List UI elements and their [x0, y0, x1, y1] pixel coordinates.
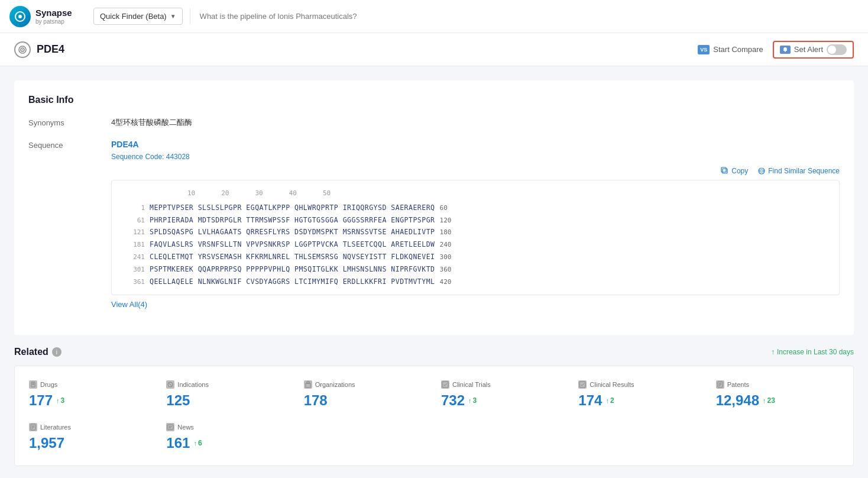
- compare-icon: VS: [698, 45, 710, 54]
- related-cards: Drugs177↑3Indications125Organizations178…: [14, 366, 854, 466]
- sequence-row-item: 301PSPTMKEREK QQAPRPRPSQ PPPPPVPHLQ PMSQ…: [121, 263, 830, 276]
- logo-icon: [9, 6, 31, 27]
- logo-sub: by patsnap: [35, 18, 72, 25]
- stat-increase: ↑2: [605, 396, 614, 405]
- sequence-row-item: 361QEELLAQELE NLNKWGLNIF CVSDYAGGRS LTCI…: [121, 276, 830, 288]
- clinical-results-icon: [578, 380, 587, 389]
- stat-increase: ↑23: [763, 396, 775, 405]
- organizations-icon: [304, 380, 312, 389]
- stat-card[interactable]: Drugs177↑3: [29, 380, 152, 409]
- related-section: Related i ↑ Increase in Last 30 days Dru…: [14, 347, 854, 466]
- logo-name: Synapse: [35, 8, 72, 18]
- sequence-row-item: 1MEPPTVPSER SLSLSLPGPR EGQATLKPPP QHLWRQ…: [121, 202, 830, 214]
- stat-count: 174: [578, 392, 602, 409]
- stats-grid-secondary: Literatures1,957News161↑6: [29, 423, 839, 451]
- svg-rect-12: [442, 382, 448, 387]
- alert-bell-icon: [780, 46, 791, 54]
- logo[interactable]: Synapse by patsnap: [9, 6, 86, 27]
- sequence-row-item: 241CLEQLETMQT YRSVSEMASH KFKRMLNREL THLS…: [121, 251, 830, 263]
- sequence-content: PDE4A Sequence Code: 443028 Copy Find Si…: [111, 140, 840, 309]
- page-title: PDE4: [37, 43, 64, 56]
- stat-card[interactable]: Indications125: [166, 380, 289, 409]
- finder-label: Quick Finder (Beta): [100, 12, 167, 21]
- indications-icon: [166, 380, 174, 389]
- stat-count: 1,957: [29, 435, 64, 451]
- stat-count: 161: [166, 435, 190, 451]
- stat-count: 732: [441, 392, 465, 409]
- stat-card[interactable]: News161↑6: [166, 423, 289, 451]
- stat-card[interactable]: Patents12,948↑23: [716, 380, 839, 409]
- increase-count: 3: [61, 396, 65, 405]
- synonyms-row: Synonyms 4型环核苷酸磷酸二酯酶: [28, 117, 840, 128]
- category-label: Patents: [727, 381, 749, 388]
- svg-rect-11: [307, 382, 309, 383]
- quick-finder-dropdown[interactable]: Quick Finder (Beta) ▼: [93, 8, 183, 25]
- stat-card[interactable]: Literatures1,957: [29, 423, 152, 451]
- start-compare-button[interactable]: VS Start Compare: [698, 45, 763, 54]
- view-all-link[interactable]: View All(4): [111, 300, 147, 309]
- find-similar-button[interactable]: Find Similar Sequence: [757, 167, 840, 175]
- svg-rect-6: [723, 169, 727, 173]
- clinical-trials-icon: [441, 380, 449, 389]
- category-label: Clinical Results: [590, 381, 634, 388]
- increase-label: ↑ Increase in Last 30 days: [771, 348, 854, 356]
- alert-toggle[interactable]: [827, 44, 847, 55]
- category-label: Indications: [177, 381, 209, 388]
- set-alert-button[interactable]: Set Alert: [773, 41, 854, 59]
- chevron-down-icon: ▼: [170, 13, 176, 20]
- sequence-row-item: 181FAQVLASLRS VRSNFSLLTN VPVPSNKRSP LGGP…: [121, 238, 830, 251]
- svg-rect-10: [306, 383, 310, 387]
- category-label: Drugs: [40, 381, 57, 388]
- sequence-box-wrapper: Copy Find Similar Sequence 10 20 30: [111, 167, 840, 295]
- main-content: Basic Info Synonyms 4型环核苷酸磷酸二酯酶 Sequence…: [0, 66, 868, 478]
- increase-count: 3: [473, 396, 477, 405]
- alert-label: Set Alert: [794, 45, 823, 54]
- synonyms-label: Synonyms: [28, 117, 111, 128]
- stat-card[interactable]: Clinical Results174↑2: [578, 380, 701, 409]
- literatures-icon: [29, 423, 37, 431]
- copy-icon: [721, 167, 729, 175]
- seq-header: 10 20 30 40 50: [121, 188, 830, 199]
- up-arrow-icon: ↑: [771, 348, 775, 356]
- related-title: Related: [14, 347, 48, 357]
- sequence-row-item: 121SPLDSQASPG LVLHAGAATS QRRESFLYRS DSDY…: [121, 226, 830, 238]
- stats-grid-primary: Drugs177↑3Indications125Organizations178…: [29, 380, 839, 409]
- stat-count: 177: [29, 392, 53, 409]
- search-input[interactable]: [200, 8, 859, 24]
- patents-icon: [716, 380, 724, 389]
- target-icon: [14, 41, 31, 58]
- stat-increase: ↑6: [193, 439, 202, 447]
- compare-label: Start Compare: [713, 45, 763, 54]
- svg-rect-13: [579, 382, 585, 387]
- increase-count: 23: [767, 396, 775, 405]
- search-wrapper: [190, 8, 859, 24]
- sequence-actions: Copy Find Similar Sequence: [111, 167, 840, 175]
- stat-card[interactable]: Organizations178: [304, 380, 427, 409]
- page-title-area: PDE4: [14, 41, 64, 58]
- svg-rect-5: [785, 51, 786, 52]
- increase-count: 6: [198, 439, 202, 447]
- sequence-box[interactable]: 10 20 30 40 50 1MEPPTVPSER SLSLSLPGPR EG…: [111, 180, 840, 295]
- related-title-area: Related i: [14, 347, 61, 357]
- stat-increase: ↑3: [468, 396, 477, 405]
- drugs-icon: [29, 380, 37, 389]
- sequence-code: Sequence Code: 443028: [111, 153, 840, 161]
- copy-button[interactable]: Copy: [721, 167, 748, 175]
- basic-info-section: Basic Info Synonyms 4型环核苷酸磷酸二酯酶 Sequence…: [14, 80, 854, 335]
- sequence-label: Sequence: [28, 140, 111, 309]
- svg-rect-7: [721, 167, 726, 172]
- page-header: PDE4 VS Start Compare Set Alert: [0, 33, 868, 66]
- info-badge[interactable]: i: [52, 347, 61, 357]
- sequence-name: PDE4A: [111, 140, 840, 149]
- category-label: News: [177, 424, 194, 431]
- news-icon: [166, 423, 174, 431]
- basic-info-title: Basic Info: [28, 95, 840, 105]
- category-label: Literatures: [40, 424, 71, 431]
- toggle-knob: [828, 46, 836, 54]
- stat-count: 178: [304, 392, 328, 409]
- stat-card[interactable]: Clinical Trials732↑3: [441, 380, 564, 409]
- svg-point-1: [18, 15, 22, 18]
- increase-count: 2: [610, 396, 614, 405]
- category-label: Clinical Trials: [452, 381, 491, 388]
- svg-rect-16: [167, 425, 173, 429]
